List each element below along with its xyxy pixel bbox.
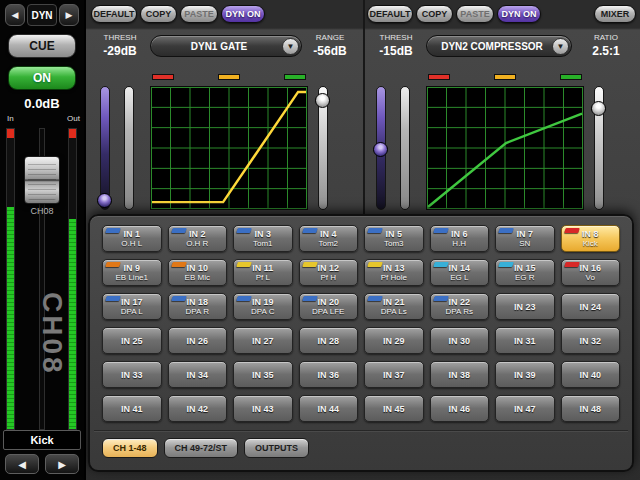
channel-button[interactable]: IN 43 <box>233 395 293 422</box>
channel-button[interactable]: IN 31 <box>495 327 555 354</box>
channel-button[interactable]: IN 29 <box>364 327 424 354</box>
channel-button[interactable]: IN 13 Pf Hole <box>364 259 424 286</box>
channel-number: IN 30 <box>448 336 470 346</box>
fader-handle[interactable] <box>24 156 60 204</box>
next-channel-button[interactable]: ▶ <box>45 454 79 474</box>
channel-button[interactable]: IN 16 Vo <box>561 259 621 286</box>
dyn1-threshold-knob[interactable] <box>97 193 112 208</box>
dyn2-paste-button[interactable]: PASTE <box>456 5 494 23</box>
dyn1-default-button[interactable]: DEFAULT <box>91 5 137 23</box>
dyn2-on-button[interactable]: DYN ON <box>497 5 541 23</box>
bank-tab[interactable]: CH 49-72/ST <box>164 438 239 458</box>
channel-button[interactable]: IN 45 <box>364 395 424 422</box>
channel-button[interactable]: IN 6 H.H <box>430 225 490 252</box>
channel-button[interactable]: IN 40 <box>561 361 621 388</box>
channel-button[interactable]: IN 25 <box>102 327 162 354</box>
channel-button[interactable]: IN 24 <box>561 293 621 320</box>
dyn2-copy-button[interactable]: COPY <box>416 5 453 23</box>
channel-button[interactable]: IN 10 EB Mic <box>168 259 228 286</box>
channel-button[interactable]: IN 34 <box>168 361 228 388</box>
channel-number: IN 24 <box>579 302 601 312</box>
channel-color-flag <box>564 262 580 267</box>
gate-curve-plot <box>151 87 307 209</box>
channel-button[interactable]: IN 7 SN <box>495 225 555 252</box>
fader-level-value: 0.0dB <box>0 96 84 111</box>
channel-button[interactable]: IN 20 DPA LFE <box>299 293 359 320</box>
channel-button[interactable]: IN 30 <box>430 327 490 354</box>
channel-button[interactable]: IN 14 EG L <box>430 259 490 286</box>
mixer-button[interactable]: MIXER <box>594 5 636 23</box>
channel-button[interactable]: IN 19 DPA C <box>233 293 293 320</box>
channel-button[interactable]: IN 1 O.H L <box>102 225 162 252</box>
channel-button[interactable]: IN 3 Tom1 <box>233 225 293 252</box>
dyn2-threshold-knob[interactable] <box>373 142 388 157</box>
prev-channel-button[interactable]: ◀ <box>5 454 39 474</box>
channel-button[interactable]: IN 23 <box>495 293 555 320</box>
in-meter-label: In <box>7 114 14 123</box>
dyn1-type-selector[interactable]: DYN1 GATE ▼ <box>150 35 302 57</box>
channel-button[interactable]: IN 35 <box>233 361 293 388</box>
cue-button[interactable]: CUE <box>8 34 76 58</box>
channel-button[interactable]: IN 48 <box>561 395 621 422</box>
channel-number: IN 21 <box>383 297 405 307</box>
channel-button[interactable]: IN 5 Tom3 <box>364 225 424 252</box>
channel-color-flag <box>564 228 580 233</box>
dyn1-threshold-slider[interactable] <box>100 86 110 210</box>
channel-button[interactable]: IN 12 Pf H <box>299 259 359 286</box>
clip-led <box>7 129 14 138</box>
dyn2-default-button[interactable]: DEFAULT <box>367 5 413 23</box>
channel-color-flag <box>236 228 252 233</box>
channel-number: IN 43 <box>252 404 274 414</box>
channel-button[interactable]: IN 42 <box>168 395 228 422</box>
channel-button[interactable]: IN 28 <box>299 327 359 354</box>
channel-name: EG L <box>450 273 468 283</box>
dyn1-range-value: -56dB <box>304 44 356 58</box>
dyn1-range-knob[interactable] <box>315 93 330 108</box>
channel-name: EB Line1 <box>116 273 148 283</box>
channel-button[interactable]: IN 47 <box>495 395 555 422</box>
channel-button[interactable]: IN 11 Pf L <box>233 259 293 286</box>
channel-color-flag <box>171 262 187 267</box>
bank-tab[interactable]: OUTPUTS <box>244 438 309 458</box>
channel-number: IN 34 <box>186 370 208 380</box>
view-next-button[interactable]: ▶ <box>59 4 79 26</box>
channel-color-flag <box>302 262 318 267</box>
channel-button[interactable]: IN 9 EB Line1 <box>102 259 162 286</box>
channel-button[interactable]: IN 32 <box>561 327 621 354</box>
channel-button[interactable]: IN 27 <box>233 327 293 354</box>
channel-button[interactable]: IN 39 <box>495 361 555 388</box>
channel-button[interactable]: IN 22 DPA Rs <box>430 293 490 320</box>
channel-button[interactable]: IN 26 <box>168 327 228 354</box>
dyn1-paste-button[interactable]: PASTE <box>180 5 218 23</box>
channel-button[interactable]: IN 41 <box>102 395 162 422</box>
channel-button[interactable]: IN 46 <box>430 395 490 422</box>
dyn2-ratio-knob[interactable] <box>591 101 606 116</box>
dyn1-on-button[interactable]: DYN ON <box>221 5 265 23</box>
channel-button[interactable]: IN 44 <box>299 395 359 422</box>
channel-name: Kick <box>583 239 598 249</box>
channel-button[interactable]: IN 17 DPA L <box>102 293 162 320</box>
channel-number: IN 45 <box>383 404 405 414</box>
bank-tab[interactable]: CH 1-48 <box>102 438 158 458</box>
channel-color-flag <box>498 262 514 267</box>
channel-button[interactable]: IN 15 EG R <box>495 259 555 286</box>
channel-color-flag <box>171 228 187 233</box>
channel-button[interactable]: IN 38 <box>430 361 490 388</box>
channel-button[interactable]: IN 8 Kick <box>561 225 621 252</box>
channel-name: Vo <box>586 273 595 283</box>
channel-button[interactable]: IN 4 Tom2 <box>299 225 359 252</box>
channel-number: IN 22 <box>448 297 470 307</box>
channel-button[interactable]: IN 2 O.H R <box>168 225 228 252</box>
channel-button[interactable]: IN 37 <box>364 361 424 388</box>
channel-button[interactable]: IN 36 <box>299 361 359 388</box>
channel-number: IN 41 <box>121 404 143 414</box>
channel-number: IN 8 <box>582 229 599 239</box>
channel-button[interactable]: IN 33 <box>102 361 162 388</box>
on-button[interactable]: ON <box>8 66 76 90</box>
channel-button[interactable]: IN 18 DPA R <box>168 293 228 320</box>
dyn2-type-selector[interactable]: DYN2 COMPRESSOR ▼ <box>426 35 572 57</box>
channel-button[interactable]: IN 21 DPA Ls <box>364 293 424 320</box>
channel-number: IN 38 <box>448 370 470 380</box>
view-prev-button[interactable]: ◀ <box>5 4 25 26</box>
dyn1-copy-button[interactable]: COPY <box>140 5 177 23</box>
